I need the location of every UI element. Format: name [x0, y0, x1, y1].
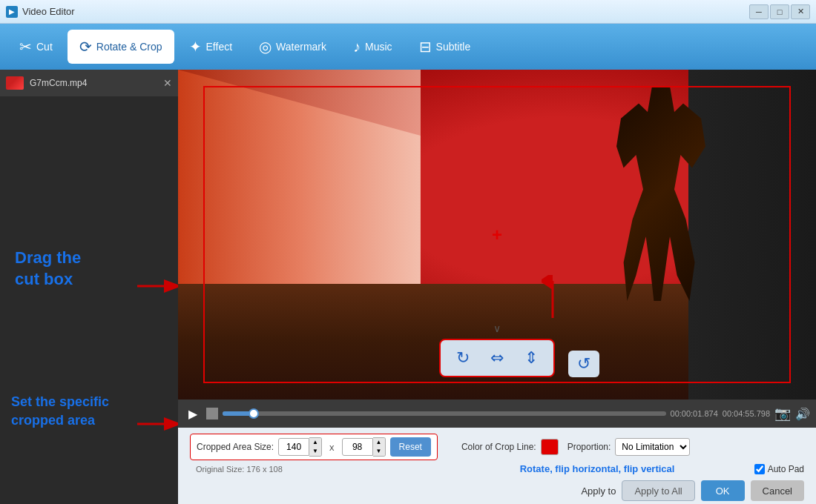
annotation-set-text: Set the specific cropped area: [11, 393, 109, 430]
rotate-annotation: Rotate, flip horizontal, flip vertical: [520, 463, 675, 474]
file-name: G7mCcm.mp4: [30, 78, 157, 88]
timeline[interactable]: [223, 411, 666, 416]
color-label: Color of Crop Line:: [461, 442, 536, 452]
rotate-arrow: [542, 275, 564, 319]
video-area: + ∨ ↻ ⇔ ⇕ ↺: [178, 70, 816, 504]
file-thumbnail: [6, 76, 24, 90]
color-section: Color of Crop Line:: [461, 439, 559, 455]
camera-icon[interactable]: 📷: [774, 405, 791, 422]
subtitle-icon: ⊟: [419, 38, 432, 56]
annotation-drag-text: Drag the cut box: [15, 248, 81, 290]
auto-pad-section: Auto Pad: [754, 464, 804, 474]
tab-watermark-label: Watermark: [276, 41, 326, 53]
title-bar-controls: ─ □ ✕: [749, 4, 810, 19]
rotate-ccw-button[interactable]: ↺: [568, 351, 599, 377]
title-bar-left: ▶ Video Editor: [6, 6, 75, 18]
height-decrement-button[interactable]: ▼: [373, 447, 385, 456]
set-text: Set the specific cropped area: [11, 394, 109, 428]
close-button[interactable]: ✕: [791, 4, 810, 19]
rotate-icon: ⟳: [79, 38, 92, 56]
rotate-panel-container: ↻ ⇔ ⇕ ↺: [439, 339, 555, 377]
flip-vertical-button[interactable]: ⇕: [518, 345, 544, 371]
file-close-button[interactable]: ✕: [163, 77, 172, 89]
ok-button[interactable]: OK: [701, 480, 745, 501]
tab-subtitle[interactable]: ⊟ Subtitle: [407, 30, 483, 64]
info-row: Original Size: 176 x 108 Rotate, flip ho…: [190, 463, 804, 474]
crop-height-input[interactable]: [342, 438, 373, 456]
crop-crosshair: +: [492, 225, 502, 245]
width-decrement-button[interactable]: ▼: [309, 447, 321, 456]
play-button[interactable]: ▶: [184, 405, 202, 422]
proportion-section: Proportion: No Limitation 16:9 4:3 1:1 9…: [567, 438, 691, 456]
effect-icon: ✦: [189, 38, 202, 56]
rotate-controls-overlay: ∨ ↻ ⇔ ⇕ ↺: [439, 322, 555, 377]
width-spinners: ▲ ▼: [309, 437, 322, 457]
flip-horizontal-button[interactable]: ⇔: [484, 345, 510, 371]
tab-subtitle-label: Subtitle: [436, 41, 471, 53]
tab-music-label: Music: [365, 41, 392, 53]
sidebar: G7mCcm.mp4 ✕ Drag the cut box Set the sp…: [0, 70, 178, 504]
original-size-label: Original Size: 176 x 108: [196, 465, 283, 474]
stop-button[interactable]: [206, 408, 218, 420]
tab-rotate-crop[interactable]: ⟳ Rotate & Crop: [68, 30, 174, 64]
rotate-cw-button[interactable]: ↻: [450, 345, 476, 371]
window-title: Video Editor: [22, 6, 75, 17]
tab-effect[interactable]: ✦ Effect: [177, 30, 245, 64]
action-buttons-row: Apply to Apply to All OK Cancel: [190, 477, 804, 501]
main-area: G7mCcm.mp4 ✕ Drag the cut box Set the sp…: [0, 70, 816, 504]
cut-icon: ✂: [19, 38, 32, 56]
apply-to-label: Apply to: [581, 485, 616, 497]
apply-to-all-button[interactable]: Apply to All: [622, 480, 694, 501]
proportion-select[interactable]: No Limitation 16:9 4:3 1:1 9:16: [615, 438, 690, 456]
tab-rotate-label: Rotate & Crop: [96, 41, 162, 53]
auto-pad-checkbox[interactable]: [754, 464, 765, 474]
cancel-button[interactable]: Cancel: [751, 480, 804, 501]
bottom-panel: Cropped Area Size: ▲ ▼ x ▲ ▼: [178, 428, 816, 504]
auto-pad-label: Auto Pad: [768, 464, 804, 474]
x-separator: x: [329, 442, 335, 453]
playback-controls: ▶ 00:00:01.874 00:04:55.798 📷 🔊: [178, 399, 816, 428]
chevron-down-icon: ∨: [493, 322, 501, 334]
volume-icon[interactable]: 🔊: [795, 407, 810, 421]
crop-size-label: Cropped Area Size:: [197, 442, 274, 452]
settings-row: Cropped Area Size: ▲ ▼ x ▲ ▼: [190, 434, 804, 460]
music-icon: ♪: [353, 39, 361, 56]
tab-cut[interactable]: ✂ Cut: [7, 30, 65, 64]
height-increment-button[interactable]: ▲: [373, 438, 385, 447]
app-icon: ▶: [6, 6, 18, 18]
color-swatch[interactable]: [541, 439, 559, 455]
timeline-thumb: [249, 408, 259, 419]
minimize-button[interactable]: ─: [749, 4, 769, 19]
maximize-button[interactable]: □: [770, 4, 789, 19]
time-total: 00:04:55.798: [723, 409, 770, 418]
width-input-group: ▲ ▼: [278, 437, 322, 457]
tab-bar: ✂ Cut ⟳ Rotate & Crop ✦ Effect ◎ Waterma…: [0, 24, 816, 70]
watermark-icon: ◎: [259, 38, 272, 56]
file-tab: G7mCcm.mp4 ✕: [0, 70, 178, 96]
height-spinners: ▲ ▼: [373, 437, 386, 457]
drag-text: Drag the cut box: [15, 248, 81, 288]
width-increment-button[interactable]: ▲: [309, 438, 321, 447]
video-display: + ∨ ↻ ⇔ ⇕ ↺: [178, 70, 816, 399]
tab-effect-label: Effect: [206, 41, 233, 53]
tab-watermark[interactable]: ◎ Watermark: [247, 30, 338, 64]
height-input-group: ▲ ▼: [342, 437, 386, 457]
reset-button[interactable]: Reset: [390, 437, 431, 457]
crop-width-input[interactable]: [278, 438, 309, 456]
rotate-controls-panel: ↻ ⇔ ⇕: [439, 339, 555, 377]
tab-music[interactable]: ♪ Music: [341, 30, 404, 64]
title-bar: ▶ Video Editor ─ □ ✕: [0, 0, 816, 24]
tab-cut-label: Cut: [36, 41, 53, 53]
video-frame: + ∨ ↻ ⇔ ⇕ ↺: [178, 70, 816, 399]
proportion-label: Proportion:: [567, 442, 611, 452]
crop-size-section: Cropped Area Size: ▲ ▼ x ▲ ▼: [190, 434, 438, 460]
time-current: 00:00:01.874: [671, 409, 718, 418]
